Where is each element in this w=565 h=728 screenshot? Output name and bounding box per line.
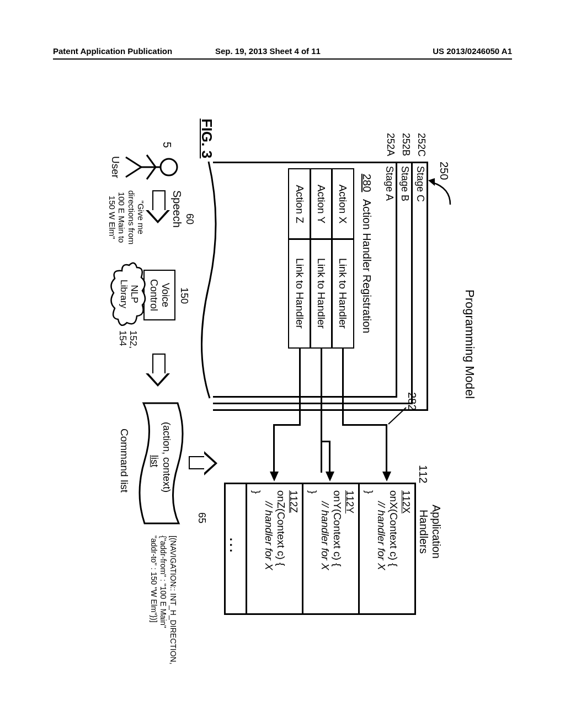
handler-x-body: // handler for X: [375, 501, 387, 570]
arrow-z-v: [273, 424, 301, 426]
stage-a-wave-icon: [189, 160, 220, 414]
link-cell-x: Link to Handler: [331, 238, 354, 349]
handler-y-sig: onY(Context c) {: [331, 490, 343, 566]
ref-250: 250: [438, 162, 450, 180]
handler-x-ref: 112X: [400, 490, 412, 513]
voice-control-box: Voice Control: [143, 270, 175, 320]
handlers-more: ...: [227, 538, 241, 554]
block-arrow-up: [189, 456, 205, 469]
header-rule: [53, 58, 512, 60]
stage-b-ref: 252B: [400, 133, 412, 156]
reg-label: Action Handler Registration: [360, 199, 373, 333]
arrow-x-head-icon: [382, 472, 391, 481]
svg-marker-0: [428, 178, 435, 186]
header-left-text: Patent Application Publication: [53, 46, 172, 56]
header-right-text: US 2013/0246050 A1: [433, 46, 512, 56]
handler-y-body: // handler for X: [319, 501, 331, 570]
curve-arrow-icon: [427, 178, 455, 211]
handler-y-close: }: [307, 490, 319, 494]
link-cell-y: Link to Handler: [310, 238, 333, 349]
block-arrow-2: [152, 354, 166, 373]
block-arrow-up-head-icon: [204, 451, 217, 475]
handlers-ref: 112: [417, 465, 429, 483]
ref-282-pointer-icon: [383, 403, 408, 431]
arrow-z-h: [299, 349, 301, 426]
stage-a-ref: 252A: [385, 133, 396, 156]
svg-line-5: [147, 167, 156, 179]
arrow-y-head-icon: [326, 472, 334, 481]
cmd-label: Command list: [118, 429, 130, 493]
reg-ref: 280: [360, 174, 373, 192]
block-arrow-2-head-icon: [146, 373, 170, 387]
svg-line-7: [126, 167, 141, 177]
cmd-banner-top: (action, context): [161, 422, 172, 493]
figure-diagram: Programming Model FIG. 3 250 252C Stage …: [84, 108, 481, 670]
handler-x-sig: onX(Context c) {: [387, 490, 399, 566]
svg-line-6: [126, 157, 141, 167]
nlp-ref: 152, 154: [118, 330, 138, 349]
block-arrow-1: [152, 190, 166, 210]
arrow-y-h2: [329, 441, 331, 473]
cmd-banner-bottom: list: [148, 455, 160, 467]
svg-line-1: [388, 408, 406, 424]
arrow-z-head-icon: [270, 472, 279, 481]
handler-z-sig: onZ(Context c) {: [275, 490, 287, 566]
handler-z-body: // handler for X: [263, 501, 275, 570]
link-cell-z: Link to Handler: [288, 238, 311, 349]
handler-y-ref: 112Y: [344, 490, 355, 513]
stage-c-ref: 252C: [415, 133, 427, 157]
arrow-x-v: [342, 424, 387, 426]
handlers-label: Application Handlers: [417, 505, 443, 559]
svg-point-2: [161, 159, 177, 175]
handler-div-3: [246, 483, 247, 615]
figure-label: FIG. 3: [198, 119, 215, 158]
handler-div-2: [302, 483, 303, 615]
action-cell-z: Action Z: [288, 168, 311, 240]
user-ref: 5: [161, 142, 173, 148]
handler-div-1: [358, 483, 360, 615]
arrow-x-h2: [386, 424, 387, 473]
nlp-label: NLP Library: [119, 280, 139, 308]
block-arrow-1-head-icon: [146, 210, 170, 223]
stage-b-label: Stage B: [399, 166, 411, 201]
page-header: Patent Application Publication Sep. 19, …: [0, 45, 565, 62]
cmd-example: [(NAVIGATION:: INT_H_DIRECTION, {"addr-f…: [149, 536, 178, 665]
arrow-x-h: [342, 349, 344, 426]
speech-label: Speech: [170, 190, 183, 228]
voice-control-ref: 150: [178, 287, 190, 304]
arrow-z-h2: [273, 424, 275, 473]
svg-line-4: [147, 155, 156, 167]
action-cell-y: Action Y: [310, 168, 333, 240]
stage-c-label: Stage C: [414, 166, 426, 202]
speech-quote: "Give me directions from 100 E Main to 1…: [108, 190, 146, 244]
arrow-y-h: [321, 349, 322, 473]
user-icon: [124, 151, 179, 184]
user-label: User: [109, 156, 121, 178]
header-center-text: Sep. 19, 2013 Sheet 4 of 11: [215, 46, 321, 56]
action-cell-x: Action X: [331, 168, 354, 240]
handler-x-close: }: [363, 490, 375, 494]
cmd-ref: 65: [196, 512, 207, 523]
speech-ref: 60: [184, 213, 195, 224]
diagram-title: Programming Model: [462, 290, 477, 399]
handler-z-ref: 112Z: [287, 490, 299, 513]
stage-a-label: Stage A: [383, 166, 395, 201]
handler-z-close: }: [250, 490, 263, 494]
